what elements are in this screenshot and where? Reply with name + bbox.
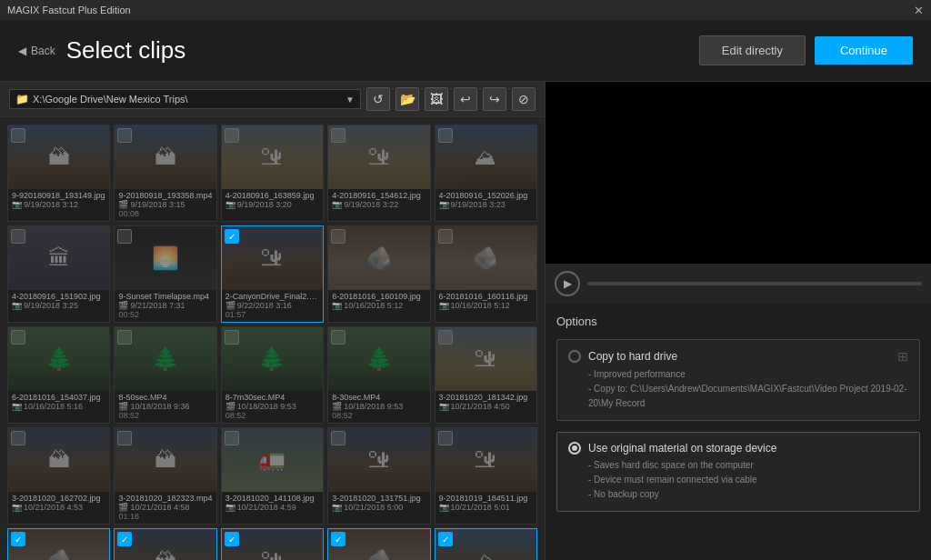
clip-item[interactable]: 🏜3-20181020_131751.jpg📷10/21/2018 5:00 [327, 427, 430, 525]
clip-item[interactable]: 🪨6-20181016_160116.jpg📷10/16/2018 5:12 [435, 225, 537, 323]
clip-name: 2-CanyonDrive_Final2.mp4 [225, 292, 319, 301]
clip-item[interactable]: 🏜9-20181019_184511.jpg📷10/21/2018 5:01 [435, 427, 537, 525]
refresh-button[interactable]: ↺ [366, 87, 390, 111]
clip-item[interactable]: 🪨6-20181016_160109.jpg📷10/16/2018 5:12 [327, 225, 430, 323]
clip-type-icon: 🎬 [332, 402, 342, 411]
clip-meta: 📷10/21/2018 5:00 [332, 503, 425, 512]
clip-item[interactable]: 🚛3-20181020_141108.jpg📷10/21/2018 4:59 [221, 427, 324, 525]
clip-item[interactable]: 🏜4-20180916_163859.jpg📷9/19/2018 3:20 [221, 125, 324, 222]
clip-name: 3-20181020_181342.jpg [439, 393, 533, 402]
clip-item[interactable]: 🌲6-20181016_154037.jpg📷10/16/2018 5:16 [7, 326, 110, 424]
clip-type-icon: 🎬 [225, 402, 235, 411]
clip-item[interactable]: 🌲8-50sec.MP4🎬10/18/2018 9:3608:52 [114, 326, 216, 424]
copy-option-icon: ⊞ [897, 349, 908, 364]
clip-item[interactable]: 🏔9-920180918_193149.jpg📷9/19/2018 3:12 [7, 125, 110, 222]
clip-check-overlay: ✓ [225, 532, 239, 546]
clip-uncheck-overlay [331, 128, 345, 143]
clip-info: 4-20180916_152026.jpg📷9/19/2018 3:23 [435, 189, 536, 212]
clip-item[interactable]: 🏜3-20181020_181342.jpg📷10/21/2018 4:50 [435, 326, 537, 424]
browse-button[interactable]: 📂 [395, 87, 419, 111]
clip-item[interactable]: 🪨✓2-20181019_180710.mp4📷10/21/2018 5:10 [327, 528, 430, 560]
clip-uncheck-overlay [331, 229, 345, 244]
clip-meta: 📷10/16/2018 5:12 [332, 301, 425, 310]
clip-item[interactable]: 🪨✓2-20181019_183201.jpg📷10/21/2018 5:04 [7, 528, 110, 560]
clip-type-icon: 📷 [332, 503, 342, 512]
rotate-right-button[interactable]: ↪ [483, 87, 506, 111]
original-detail-item: Saves hard disc space on the computer [588, 458, 908, 473]
clip-date: 9/21/2018 7:31 [130, 301, 185, 310]
back-button[interactable]: ◀ Back [18, 45, 55, 57]
clip-item[interactable]: 🌲8-7m30sec.MP4🎬10/18/2018 9:5308:52 [221, 326, 324, 424]
clip-name: 9-Sunset Timelapse.mp4 [118, 292, 212, 301]
clip-name: 4-20180916_152026.jpg [439, 191, 533, 200]
clip-item[interactable]: 🏔✓2-20181019_182727.mp4📷10/21/2018 5:04 [114, 528, 216, 560]
original-option-details: Saves hard disc space on the computerDev… [588, 458, 908, 502]
clip-date: 10/18/2018 9:36 [130, 402, 189, 411]
clip-type-icon: 📷 [439, 503, 449, 512]
no-preview-button[interactable]: ⊘ [512, 87, 536, 111]
clip-check-overlay: ✓ [225, 229, 239, 244]
clip-info: 9-20181019_184511.jpg📷10/21/2018 5:01 [435, 492, 536, 515]
clip-date: 10/18/2018 9:53 [344, 402, 403, 411]
clip-type-icon: 🎬 [225, 301, 235, 310]
copy-radio-button[interactable] [568, 350, 581, 363]
clip-item[interactable]: ⛰4-20180916_152026.jpg📷9/19/2018 3:23 [435, 125, 537, 222]
original-radio-button[interactable] [568, 442, 581, 455]
continue-button[interactable]: Continue [815, 36, 913, 65]
rotate-left-button[interactable]: ↩ [454, 87, 477, 111]
clip-uncheck-overlay [438, 431, 453, 445]
clip-meta: 🎬10/18/2018 9:36 [118, 402, 212, 411]
clip-date: 10/21/2018 4:59 [237, 503, 296, 512]
clip-item[interactable]: 🏜✓2-20181019_182105.jpg📷10/21/2018 5:10 [221, 528, 324, 560]
clip-info: 6-20181016_160109.jpg📷10/16/2018 5:12 [328, 290, 429, 313]
clip-date: 9/19/2018 3:15 [130, 200, 185, 209]
clip-info: 4-20180916_154612.jpg📷9/19/2018 3:22 [328, 189, 429, 212]
clip-date: 10/16/2018 5:12 [344, 301, 403, 310]
folder-icon: 📁 [15, 93, 29, 105]
clip-uncheck-overlay [438, 128, 453, 143]
clip-meta: 📷10/21/2018 4:50 [439, 402, 533, 411]
clip-type-icon: 🎬 [118, 402, 128, 411]
clip-item[interactable]: 🏛4-20180916_151902.jpg📷9/19/2018 3:25 [7, 225, 110, 323]
clip-uncheck-overlay [117, 431, 132, 445]
clip-meta: 📷10/16/2018 5:16 [12, 402, 105, 411]
close-icon[interactable]: ✕ [914, 4, 924, 17]
clip-meta: 📷9/19/2018 3:12 [12, 200, 105, 209]
copy-detail-item: Copy to: C:\Users\Andrew\Documents\MAGIX… [588, 382, 908, 411]
clip-type-icon: 📷 [439, 301, 449, 310]
original-detail-item: No backup copy [588, 487, 908, 502]
clip-date: 9/19/2018 3:20 [237, 200, 292, 209]
play-button[interactable]: ▶ [555, 271, 580, 296]
image-icon-btn[interactable]: 🖼 [425, 87, 448, 111]
copy-detail-item: Improved performance [588, 367, 908, 382]
clip-date: 10/21/2018 4:53 [24, 503, 83, 512]
clip-item[interactable]: 🏔3-20181020_182323.mp4🎬10/21/2018 4:5801… [114, 427, 216, 525]
clip-type-icon: 🎬 [118, 200, 128, 209]
clips-grid-inner: 🏔9-920180918_193149.jpg📷9/19/2018 3:12🏔9… [7, 125, 537, 560]
clip-name: 3-20181020_131751.jpg [332, 494, 425, 503]
clip-uncheck-overlay [331, 431, 345, 445]
progress-bar[interactable] [587, 282, 922, 285]
edit-directly-button[interactable]: Edit directly [699, 35, 806, 65]
clip-meta: 🎬9/19/2018 3:15 [118, 200, 212, 209]
clip-check-overlay: ✓ [331, 532, 345, 546]
clip-name: 8-30sec.MP4 [332, 393, 425, 402]
clip-item[interactable]: 🌲8-30sec.MP4🎬10/18/2018 9:5308:52 [327, 326, 430, 424]
clip-name: 9-920180918_193149.jpg [12, 191, 105, 200]
copy-to-hard-drive-option[interactable]: Copy to hard drive ⊞ Improved performanc… [556, 339, 920, 421]
clip-item[interactable]: 🏜✓2-CanyonDrive_Final2.mp4🎬9/22/2018 3:1… [221, 225, 324, 323]
clips-toolbar: 📁 X:\Google Drive\New Mexico Trips\ ▼ ↺ … [0, 82, 545, 117]
clip-uncheck-overlay [438, 330, 453, 345]
back-label: Back [31, 45, 55, 57]
clip-meta: 📷9/19/2018 3:23 [439, 200, 533, 209]
clip-meta: 📷10/16/2018 5:12 [439, 301, 533, 310]
clip-item[interactable]: 🏔9-20180918_193358.mp4🎬9/19/2018 3:1500:… [114, 125, 216, 222]
clip-item[interactable]: 🌅9-Sunset Timelapse.mp4🎬9/21/2018 7:3100… [114, 225, 216, 323]
clip-item[interactable]: ⛰✓2-20181019_174901.mp4📷10/21/2018 5:12 [435, 528, 537, 560]
clip-item[interactable]: 🏔3-20181020_162702.jpg📷10/21/2018 4:53 [7, 427, 110, 525]
clip-date: 10/16/2018 5:12 [451, 301, 510, 310]
use-original-option[interactable]: Use original material on storage device … [556, 432, 920, 512]
clip-duration: 08:52 [225, 411, 319, 420]
clip-item[interactable]: 🏜4-20180916_154612.jpg📷9/19/2018 3:22 [327, 125, 430, 222]
path-selector[interactable]: 📁 X:\Google Drive\New Mexico Trips\ ▼ [9, 89, 361, 109]
